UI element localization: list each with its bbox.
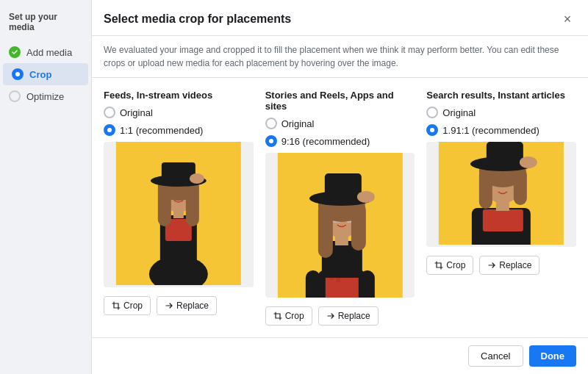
photo-feeds — [104, 142, 254, 285]
replace-button-stories[interactable]: Replace — [318, 306, 379, 326]
dialog-body: Feeds, In-stream videos Original 1:1 (re… — [92, 78, 588, 337]
radio-recommended-search[interactable]: 1.91:1 (recommended) — [426, 124, 576, 136]
action-buttons-feeds: Crop Replace — [104, 296, 254, 315]
svg-rect-9 — [186, 182, 199, 226]
radio-circle-original-stories — [265, 118, 277, 129]
svg-point-12 — [190, 173, 204, 184]
svg-point-14 — [182, 192, 186, 195]
svg-rect-21 — [337, 278, 340, 282]
radio-circle-original-search — [426, 107, 438, 118]
cancel-button[interactable]: Cancel — [468, 345, 523, 367]
radio-recommended-feeds[interactable]: 1:1 (recommended) — [104, 124, 254, 136]
placement-card-stories: Stories and Reels, Apps and sites Origin… — [265, 90, 415, 326]
placement-title-stories: Stories and Reels, Apps and sites — [265, 90, 415, 112]
done-button[interactable]: Done — [529, 345, 577, 367]
svg-rect-23 — [360, 270, 375, 298]
crop-icon-feeds — [112, 301, 121, 310]
svg-point-46 — [520, 157, 537, 168]
placement-title-search: Search results, Instant articles — [426, 90, 576, 101]
replace-button-search-label: Replace — [499, 260, 531, 270]
crop-button-search-label: Crop — [446, 260, 465, 270]
crop-step-icon — [12, 68, 24, 80]
sidebar-item-crop-label: Crop — [29, 69, 51, 80]
sidebar-item-crop[interactable]: Crop — [3, 63, 88, 85]
replace-icon-search — [487, 261, 496, 270]
action-buttons-stories: Crop Replace — [265, 306, 415, 326]
replace-button-stories-label: Replace — [338, 311, 370, 321]
radio-label-recommended-search: 1.91:1 (recommended) — [442, 125, 539, 136]
image-feeds — [104, 142, 254, 287]
photo-search — [426, 142, 576, 245]
replace-button-feeds[interactable]: Replace — [157, 296, 217, 315]
radio-original-stories[interactable]: Original — [265, 118, 415, 129]
svg-rect-43 — [514, 168, 527, 205]
svg-rect-32 — [351, 203, 366, 251]
placement-title-feeds: Feeds, In-stream videos — [104, 90, 254, 101]
svg-point-35 — [357, 191, 375, 203]
crop-button-feeds-label: Crop — [123, 301, 143, 311]
dialog-title: Select media crop for placements — [104, 12, 291, 26]
replace-icon-stories — [326, 312, 335, 320]
radio-original-feeds[interactable]: Original — [104, 107, 254, 118]
crop-button-stories-label: Crop — [285, 311, 304, 321]
svg-rect-42 — [479, 168, 492, 209]
radio-label-original-feeds: Original — [120, 107, 153, 118]
placement-card-feeds: Feeds, In-stream videos Original 1:1 (re… — [104, 90, 254, 326]
crop-button-stories[interactable]: Crop — [265, 306, 312, 326]
sidebar-item-add-media[interactable]: Add media — [0, 41, 91, 63]
sidebar: Set up your media Add media Crop Optimiz… — [0, 0, 92, 374]
radio-circle-recommended-feeds — [104, 124, 115, 136]
crop-icon-stories — [273, 312, 282, 320]
close-button[interactable]: × — [559, 10, 576, 28]
replace-button-feeds-label: Replace — [176, 301, 209, 311]
sidebar-item-add-media-label: Add media — [26, 47, 72, 58]
image-search — [426, 142, 576, 247]
svg-rect-45 — [487, 142, 523, 167]
placement-card-search: Search results, Instant articles Origina… — [426, 90, 576, 326]
crop-button-feeds[interactable]: Crop — [104, 296, 151, 315]
radio-circle-original-feeds — [104, 107, 115, 118]
sidebar-item-optimize[interactable]: Optimize — [0, 85, 91, 107]
crop-button-search[interactable]: Crop — [426, 256, 473, 275]
photo-stories — [265, 153, 415, 298]
svg-rect-8 — [158, 182, 171, 226]
dialog-description: We evaluated your image and cropped it t… — [92, 36, 588, 78]
radio-label-recommended-feeds: 1:1 (recommended) — [120, 125, 203, 136]
crop-icon-search — [434, 261, 443, 270]
svg-rect-34 — [325, 173, 362, 200]
replace-icon-feeds — [165, 301, 173, 310]
radio-label-original-stories: Original — [282, 118, 315, 129]
add-media-icon — [9, 46, 21, 58]
action-buttons-search: Crop Replace — [426, 256, 576, 275]
sidebar-title: Set up your media — [0, 12, 91, 41]
dialog-footer: Cancel Done — [92, 337, 588, 374]
svg-rect-31 — [318, 203, 333, 258]
svg-rect-38 — [483, 209, 523, 231]
image-stories — [265, 153, 415, 298]
dialog-header: Select media crop for placements × — [92, 0, 588, 36]
radio-circle-recommended-search — [426, 124, 438, 136]
sidebar-item-optimize-label: Optimize — [26, 91, 64, 102]
dialog: Select media crop for placements × We ev… — [92, 0, 588, 374]
radio-original-search[interactable]: Original — [426, 107, 576, 118]
replace-button-search[interactable]: Replace — [479, 256, 539, 275]
radio-circle-recommended-stories — [265, 135, 277, 147]
svg-point-0 — [15, 72, 20, 76]
radio-label-original-search: Original — [442, 107, 476, 118]
svg-point-13 — [171, 192, 176, 195]
optimize-step-icon — [9, 90, 21, 102]
svg-rect-22 — [306, 270, 320, 298]
radio-label-recommended-stories: 9:16 (recommended) — [282, 136, 370, 147]
radio-recommended-stories[interactable]: 9:16 (recommended) — [265, 135, 415, 147]
